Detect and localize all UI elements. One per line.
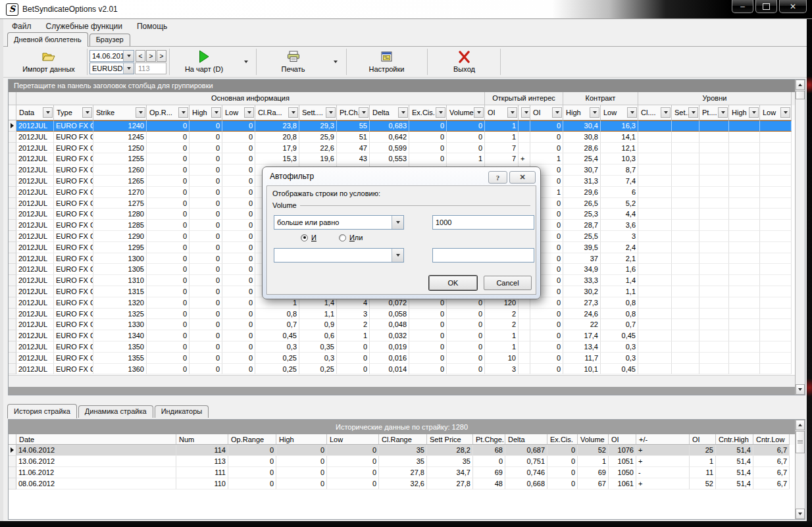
grid-cell[interactable]: 2012JUL bbox=[16, 187, 54, 198]
grid-cell[interactable]: 1285 bbox=[93, 220, 147, 231]
grid-cell[interactable]: 11.06.2012 bbox=[16, 467, 176, 478]
grid-cell[interactable] bbox=[638, 198, 672, 209]
grid-cell[interactable]: 0 bbox=[276, 467, 327, 478]
grid-cell[interactable]: 5,2 bbox=[601, 198, 638, 209]
table-row[interactable]: 11.06.201211100027,834,7690,7460691050-1… bbox=[9, 467, 795, 478]
grid-cell[interactable]: EURO FX C bbox=[54, 231, 93, 242]
grid-cell[interactable]: 0 bbox=[228, 478, 276, 489]
filter-dropdown-button[interactable] bbox=[718, 107, 728, 118]
grid-cell[interactable]: EURO FX C bbox=[54, 220, 93, 231]
group-by-panel[interactable]: Перетащите на панель заголовок столбца д… bbox=[9, 80, 795, 92]
grid-cell[interactable] bbox=[638, 176, 672, 187]
grid-cell[interactable] bbox=[519, 309, 530, 320]
grid-cell[interactable]: 2012JUL bbox=[16, 242, 54, 253]
grid-cell[interactable] bbox=[672, 176, 699, 187]
grid-cell[interactable]: 2,4 bbox=[601, 242, 638, 253]
grid-cell[interactable]: 0 bbox=[190, 253, 222, 264]
grid-cell[interactable]: 0 bbox=[530, 341, 563, 353]
filter-dropdown-button[interactable] bbox=[552, 107, 562, 118]
grid-cell[interactable]: 2012JUL bbox=[16, 132, 54, 143]
tab-indicators[interactable]: Индикаторы bbox=[155, 405, 209, 418]
scrollbar-thumb[interactable] bbox=[796, 431, 805, 453]
grid-cell[interactable]: 110 bbox=[176, 478, 228, 489]
grid-cell[interactable]: 0 bbox=[222, 164, 255, 176]
grid-cell[interactable]: 2012JUL bbox=[16, 198, 54, 209]
grid-cell[interactable] bbox=[729, 231, 760, 242]
grid-cell[interactable]: EURO FX C bbox=[54, 198, 93, 209]
chevron-down-icon[interactable] bbox=[392, 216, 403, 229]
grid-cell[interactable] bbox=[638, 353, 672, 364]
grid-cell[interactable]: EURO FX C bbox=[54, 253, 93, 264]
grid-cell[interactable]: 0 bbox=[473, 456, 505, 467]
grid-cell[interactable] bbox=[638, 242, 672, 253]
grid-cell[interactable]: 0 bbox=[337, 353, 370, 364]
filter-dropdown-button[interactable] bbox=[398, 107, 408, 118]
grid-cell[interactable]: 0 bbox=[547, 478, 578, 489]
grid-cell[interactable]: 1 bbox=[485, 120, 519, 132]
grid-cell[interactable]: 1,6 bbox=[601, 264, 638, 275]
chevron-down-icon[interactable] bbox=[392, 249, 403, 262]
column-header[interactable]: Cl.Ra... bbox=[255, 105, 299, 120]
grid-cell[interactable]: EURO FX C bbox=[54, 143, 93, 154]
grid-cell[interactable] bbox=[699, 353, 729, 364]
grid-cell[interactable]: 1,4 bbox=[601, 275, 638, 286]
grid-cell[interactable] bbox=[760, 341, 792, 353]
grid-cell[interactable]: 69 bbox=[473, 467, 505, 478]
grid-cell[interactable] bbox=[699, 309, 729, 320]
grid-cell[interactable]: 0 bbox=[530, 319, 563, 330]
grid-cell[interactable] bbox=[672, 164, 699, 176]
grid-cell[interactable] bbox=[519, 364, 530, 375]
filter-dropdown-button[interactable] bbox=[359, 107, 368, 118]
grid-cell[interactable]: 0 bbox=[222, 330, 255, 341]
grid-cell[interactable] bbox=[638, 120, 672, 132]
grid-cell[interactable]: 8,7 bbox=[601, 164, 638, 176]
grid-cell[interactable]: EURO FX C bbox=[54, 286, 93, 297]
grid-cell[interactable]: 0,35 bbox=[299, 341, 337, 353]
grid-cell[interactable]: 2012JUL bbox=[16, 275, 54, 286]
grid-cell[interactable]: 2,1 bbox=[601, 253, 638, 264]
grid-cell[interactable]: 10 bbox=[485, 353, 519, 364]
grid-cell[interactable]: 0 bbox=[147, 231, 190, 242]
value1-input[interactable] bbox=[432, 215, 534, 230]
minimize-button[interactable]: – bbox=[732, 0, 753, 13]
column-header[interactable]: Cl.... bbox=[638, 105, 672, 120]
grid-cell[interactable]: 0 bbox=[447, 341, 485, 353]
grid-cell[interactable]: 0 bbox=[222, 132, 255, 143]
grid-cell[interactable]: 1305 bbox=[93, 264, 147, 275]
grid-cell[interactable]: 0 bbox=[190, 231, 222, 242]
grid-cell[interactable]: 0 bbox=[547, 467, 578, 478]
grid-cell[interactable]: 52 bbox=[578, 445, 609, 456]
grid-cell[interactable]: 0 bbox=[190, 187, 222, 198]
grid-cell[interactable] bbox=[638, 143, 672, 154]
grid-cell[interactable] bbox=[760, 319, 792, 330]
grid-cell[interactable]: 2 bbox=[485, 319, 519, 330]
grid-cell[interactable]: 26,5 bbox=[563, 198, 601, 209]
grid-cell[interactable]: 0,599 bbox=[370, 143, 409, 154]
grid-cell[interactable]: 2012JUL bbox=[16, 253, 54, 264]
grid-cell[interactable] bbox=[672, 353, 699, 364]
grid-cell[interactable]: 0 bbox=[409, 319, 447, 330]
grid-cell[interactable]: 0 bbox=[147, 309, 190, 320]
grid-cell[interactable]: 114 bbox=[176, 445, 228, 456]
grid-cell[interactable]: 0,3 bbox=[601, 341, 638, 353]
grid-cell[interactable] bbox=[519, 330, 530, 341]
grid-cell[interactable]: 0 bbox=[147, 153, 190, 164]
grid-cell[interactable]: 24,6 bbox=[563, 309, 601, 320]
table-row[interactable]: 2012JULEURO FX C13250000,81,130,05800202… bbox=[9, 309, 795, 320]
grid-cell[interactable]: 34,7 bbox=[427, 467, 473, 478]
grid-cell[interactable]: 0 bbox=[409, 364, 447, 375]
grid-cell[interactable]: 0 bbox=[190, 164, 222, 176]
column-header[interactable]: Date bbox=[16, 434, 176, 445]
grid-cell[interactable] bbox=[760, 330, 792, 341]
grid-cell[interactable]: 2012JUL bbox=[16, 220, 54, 231]
close-button[interactable]: ✕ bbox=[779, 0, 807, 13]
grid-cell[interactable]: 0 bbox=[337, 341, 370, 353]
grid-cell[interactable]: 1 bbox=[690, 456, 716, 467]
chevron-down-icon[interactable] bbox=[123, 51, 134, 61]
grid-cell[interactable]: 0 bbox=[409, 153, 447, 164]
grid-cell[interactable]: 0 bbox=[547, 456, 578, 467]
grid-cell[interactable] bbox=[729, 309, 760, 320]
grid-cell[interactable]: 14.06.2012 bbox=[16, 445, 176, 456]
grid-cell[interactable] bbox=[638, 297, 672, 309]
grid-cell[interactable]: 2012JUL bbox=[16, 264, 54, 275]
